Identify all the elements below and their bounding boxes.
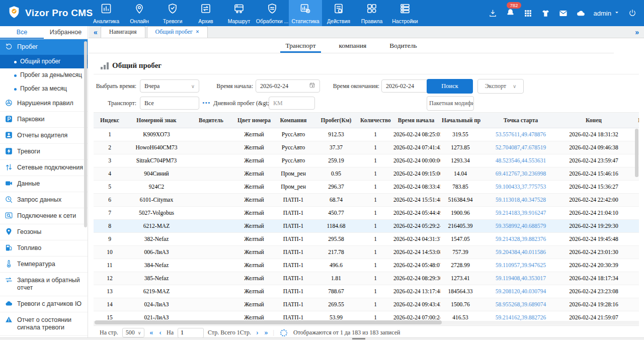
start-point-link[interactable]: 59.100433,37.775753 xyxy=(480,180,561,193)
start-point-link[interactable]: 59.358992,40.688579 xyxy=(480,219,561,232)
start-point-link[interactable]: 52.704087,47.678519 xyxy=(480,141,561,154)
open-tab[interactable]: Общий пробег× xyxy=(147,26,208,38)
prev-page-button[interactable]: ‹ xyxy=(158,329,163,337)
start-point-link[interactable]: 59.214328,39.882376 xyxy=(480,232,561,245)
sidebar-subitem[interactable]: Общий пробег xyxy=(0,55,88,68)
shirt-icon[interactable] xyxy=(541,9,550,18)
report-scope-tab[interactable]: Водитель xyxy=(387,39,419,53)
sidebar-item[interactable]: Тревоги xyxy=(0,144,88,160)
mail-icon[interactable] xyxy=(558,9,568,18)
start-date-input[interactable] xyxy=(256,79,320,93)
nav-item-2[interactable]: Онлайн xyxy=(123,0,156,26)
table-row[interactable]: 9382-NefazЖелтыйПАТП-1295.5812026-02-24 … xyxy=(94,232,639,245)
search-button[interactable]: Поиск xyxy=(427,79,473,94)
nav-item-6[interactable]: Обработки ... xyxy=(256,0,289,26)
start-point-link[interactable]: 59.110957,39.947625 xyxy=(480,259,561,272)
close-icon[interactable]: × xyxy=(196,28,199,35)
table-vertical-scrollbar[interactable] xyxy=(635,129,638,177)
table-row[interactable]: 75027-VolgobusЖелтыйПАТП-1450.7712026-02… xyxy=(94,206,639,219)
report-scope-tab[interactable]: компания xyxy=(337,39,369,53)
table-row[interactable]: 14024-ЛиАЗЖелтыйПАТП-1269.5512026-02-24 … xyxy=(94,298,639,311)
nav-item-5[interactable]: Маршрут xyxy=(222,0,256,26)
table-row[interactable]: 12385-NefazЖелтыйПАТП-11.8112026-02-24 0… xyxy=(94,272,639,285)
page-horizontal-scrollbar[interactable] xyxy=(352,338,365,339)
per-page-select[interactable]: 500 ∨ xyxy=(122,328,145,337)
cloud-icon[interactable] xyxy=(576,9,586,18)
table-row[interactable]: 136219-MAZЖелтыйПАТП-1788.6712026-02-24 … xyxy=(94,285,639,298)
last-page-button[interactable]: » xyxy=(264,329,269,337)
daily-mileage-value[interactable] xyxy=(273,100,310,107)
sidebar-item[interactable]: Сетевые подключения xyxy=(0,160,88,176)
column-header: Водитель xyxy=(187,113,235,128)
table-row[interactable]: 1K909XO73ЖелтыйРуссАвто912.5312026-02-24… xyxy=(94,128,639,141)
start-point-link[interactable]: 59.208120,40.030794 xyxy=(480,285,561,298)
sidebar-item[interactable]: Заправка и обратный отчет xyxy=(0,273,88,296)
refresh-spinner-icon[interactable] xyxy=(280,329,287,336)
table-row[interactable]: 2HowoH640CM73ЖелтыйРуссАвто37.3712026-02… xyxy=(94,141,639,154)
start-date-value[interactable] xyxy=(260,82,309,90)
sidebar-item[interactable]: Запрос данных xyxy=(0,192,88,208)
open-tab[interactable]: Навигация xyxy=(101,26,145,38)
download-icon[interactable] xyxy=(488,9,498,18)
user-menu[interactable]: admin xyxy=(594,10,620,17)
table-row[interactable]: 11384-NefazЖелтыйПАТП-1496.612026-02-24 … xyxy=(94,259,639,272)
start-point-link[interactable]: 69.412767,30.236998 xyxy=(480,167,561,180)
sidebar-item-label: Парковки xyxy=(17,112,46,127)
sidebar-item[interactable]: Геозоны xyxy=(0,224,88,240)
notifications-siren-icon[interactable]: 782 xyxy=(506,8,515,19)
table-horizontal-scrollbar[interactable] xyxy=(95,320,442,324)
more-options-button[interactable]: ••• xyxy=(202,97,211,110)
sidebar-item[interactable]: Парковки xyxy=(0,112,88,128)
time-select-value: Вчера xyxy=(144,82,159,90)
transport-input[interactable]: Все xyxy=(140,97,199,110)
table-row[interactable]: 4904СинийЖелтыйПром_рен0.9512026-02-24 0… xyxy=(94,167,639,180)
time-select[interactable]: Вчера ∨ xyxy=(140,79,199,93)
start-point-link[interactable]: 59.113018,40.347528 xyxy=(480,193,561,206)
sidebar-item[interactable]: Нарушения правил xyxy=(0,96,88,112)
table-row[interactable]: 10006-ЛиАЗЖелтыйПАТП-1217.7812026-02-24 … xyxy=(94,245,639,259)
first-page-button[interactable]: « xyxy=(148,329,154,337)
table-row[interactable]: 5924C2ЖелтыйПром_рен296.3712026-02-24 08… xyxy=(94,180,639,193)
sidebar-tab[interactable]: Все xyxy=(0,26,44,39)
start-point-link[interactable]: 59.214183,39.916247 xyxy=(480,206,561,219)
sidebar-item[interactable]: Данные xyxy=(0,176,88,192)
collapse-tabs-button[interactable]: « xyxy=(91,28,101,38)
export-button[interactable]: Экспорт ∨ xyxy=(477,79,524,94)
batch-modify-button[interactable]: Пакетная модифика xyxy=(427,96,474,111)
sidebar-item[interactable]: Отчет о состоянии сигнала тревоги xyxy=(0,312,88,336)
sidebar-item[interactable]: Тревоги с датчиков IO xyxy=(0,296,88,312)
nav-item-3[interactable]: Тревоги xyxy=(156,0,189,26)
nav-item-10[interactable]: Настройки xyxy=(388,0,422,26)
power-icon[interactable] xyxy=(628,9,637,18)
sidebar-group[interactable]: Пробег xyxy=(0,39,88,55)
report-scope-tab[interactable]: Транспорт xyxy=(283,39,317,53)
table-row[interactable]: 3SitrakC704PM73ЖелтыйРуссАвто259.1912026… xyxy=(94,154,639,167)
start-point-link[interactable]: 59.119408,40.353017 xyxy=(480,272,561,285)
expand-tabs-button[interactable]: » xyxy=(632,28,642,38)
sidebar-item[interactable]: Температура xyxy=(0,257,88,273)
page-input[interactable] xyxy=(178,328,204,338)
start-point-link[interactable]: 58.955268,39.689074 xyxy=(480,298,561,311)
nav-item-7[interactable]: Статистика xyxy=(289,0,322,26)
sidebar-item[interactable]: Топливо xyxy=(0,240,88,257)
nav-item-1[interactable]: Аналитика xyxy=(90,0,123,26)
sidebar-scrollbar[interactable] xyxy=(84,41,87,227)
table-row[interactable]: 66101-CitymaxЖелтыйПАТП-168.7412026-02-2… xyxy=(94,193,639,206)
apps-grid-icon[interactable] xyxy=(523,9,533,18)
nav-item-8[interactable]: Действия xyxy=(322,0,355,26)
table-cell xyxy=(187,206,235,219)
sidebar-tab[interactable]: Избранное xyxy=(44,26,88,39)
start-point-link[interactable]: 53.557611,49.478876 xyxy=(480,128,561,141)
start-point-link[interactable]: 59.204384,40.011586 xyxy=(480,245,561,259)
start-point-link[interactable]: 48.523546,44.553631 xyxy=(480,154,561,167)
daily-mileage-input[interactable] xyxy=(269,97,315,110)
sidebar-item[interactable]: Отчеты водителя xyxy=(0,128,88,144)
sidebar-item[interactable]: Подключение к сети xyxy=(0,208,88,224)
sidebar-subitem[interactable]: Пробег за день/месяц xyxy=(0,68,88,82)
nav-item-9[interactable]: Правила xyxy=(355,0,388,26)
nav-item-4[interactable]: Архив xyxy=(189,0,222,26)
next-page-button[interactable]: › xyxy=(255,329,260,337)
table-row[interactable]: 86212-MAZЖелтыйПАТП-11184.6812026-02-24 … xyxy=(94,219,639,232)
sidebar-subitem[interactable]: Пробег за месяц xyxy=(0,82,88,96)
calendar-icon[interactable] xyxy=(309,82,315,91)
